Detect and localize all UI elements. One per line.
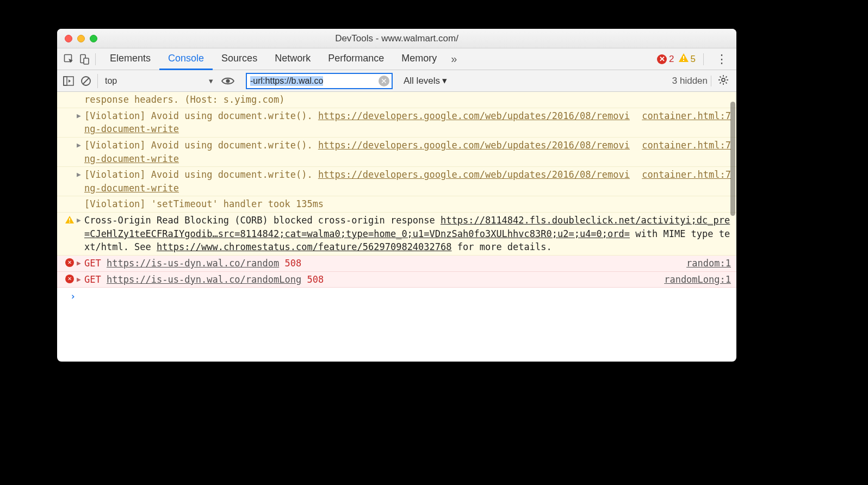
tab-network[interactable]: Network — [266, 48, 319, 70]
errors-count: 2 — [669, 54, 674, 65]
svg-rect-2 — [84, 58, 89, 64]
window-title: DevTools - www.walmart.com/ — [57, 33, 736, 44]
device-toolbar-icon[interactable] — [77, 52, 92, 67]
tab-performance[interactable]: Performance — [319, 48, 393, 70]
warning-icon — [679, 53, 689, 65]
status-code: 508 — [285, 258, 302, 269]
request-url-link[interactable]: https://is-us-dyn.wal.co/randomLong — [107, 274, 301, 285]
clear-filter-icon[interactable]: ✕ — [379, 76, 389, 86]
panel-tabs: Elements Console Sources Network Perform… — [101, 48, 445, 70]
expand-spacer — [77, 197, 84, 211]
console-message: ✕ ▶ GET https://is-us-dyn.wal.co/randomL… — [57, 272, 736, 288]
message-text: [Violation] Avoid using document.write()… — [84, 109, 634, 136]
console-toolbar: top ▾ ✕ All levels ▾ 3 hidden — [57, 70, 736, 92]
svg-line-15 — [720, 77, 721, 78]
message-text: GET https://is-us-dyn.wal.co/random 508 — [84, 257, 679, 270]
window-controls — [57, 35, 97, 42]
tab-sources[interactable]: Sources — [213, 48, 266, 70]
svg-rect-20 — [69, 222, 70, 223]
expand-arrow-icon[interactable]: ▶ — [77, 257, 84, 270]
separator — [703, 53, 704, 65]
svg-line-16 — [726, 82, 727, 83]
separator — [95, 53, 96, 65]
more-tabs-button[interactable]: » — [445, 53, 462, 65]
minimize-window-button[interactable] — [77, 35, 85, 42]
warnings-count: 5 — [691, 54, 696, 65]
message-text: Cross-Origin Read Blocking (CORB) blocke… — [84, 214, 731, 254]
devtools-window: DevTools - www.walmart.com/ Elements Con… — [57, 29, 736, 362]
message-text: [Violation] Avoid using document.write()… — [84, 168, 634, 195]
message-gutter — [63, 214, 77, 254]
console-message: ▶ [Violation] Avoid using document.write… — [57, 108, 736, 138]
console-messages[interactable]: response headers. (Host: s.yimg.com) ▶ [… — [57, 92, 736, 362]
message-text: response headers. (Host: s.yimg.com) — [84, 93, 731, 107]
scrollbar[interactable] — [730, 92, 735, 362]
close-window-button[interactable] — [65, 35, 72, 42]
inspect-element-icon[interactable] — [61, 52, 77, 67]
console-message: ▶ [Violation] Avoid using document.write… — [57, 138, 736, 167]
svg-point-9 — [226, 79, 230, 83]
svg-line-18 — [726, 77, 727, 78]
console-settings-icon[interactable] — [715, 74, 732, 87]
filter-input-container: ✕ — [246, 73, 393, 89]
expand-arrow-icon[interactable]: ▶ — [77, 214, 84, 254]
expand-arrow-icon[interactable]: ▶ — [77, 139, 84, 165]
message-gutter: ✕ — [63, 273, 77, 287]
log-levels-selector[interactable]: All levels ▾ — [404, 75, 447, 86]
console-message: response headers. (Host: s.yimg.com) — [57, 92, 736, 108]
svg-line-8 — [83, 78, 89, 84]
svg-point-10 — [722, 78, 725, 82]
error-icon: ✕ — [65, 258, 74, 267]
status-code: 508 — [307, 274, 324, 285]
zoom-window-button[interactable] — [90, 35, 97, 42]
message-source-link[interactable]: random:1 — [679, 257, 731, 270]
console-message: ▶ Cross-Origin Read Blocking (CORB) bloc… — [57, 213, 736, 256]
message-source-link[interactable]: randomLong:1 — [656, 273, 731, 287]
console-message: [Violation] 'setTimeout' handler took 13… — [57, 196, 736, 213]
execution-context-selector[interactable]: top — [101, 74, 221, 88]
message-text: [Violation] Avoid using document.write()… — [84, 139, 634, 165]
main-tabs-bar: Elements Console Sources Network Perform… — [57, 48, 736, 70]
filter-input[interactable] — [250, 76, 379, 86]
message-gutter: ✕ — [63, 257, 77, 270]
toggle-sidebar-icon[interactable] — [61, 74, 76, 88]
error-icon: ✕ — [657, 54, 667, 64]
message-gutter — [63, 139, 77, 165]
warning-icon — [65, 215, 74, 224]
svg-rect-6 — [64, 77, 67, 85]
devtools-menu-icon[interactable]: ⋮ — [711, 52, 732, 66]
tab-elements[interactable]: Elements — [101, 48, 159, 70]
live-expression-icon[interactable] — [221, 74, 235, 88]
console-prompt-row[interactable]: › — [57, 288, 736, 306]
errors-badge[interactable]: ✕ 2 — [657, 54, 674, 65]
titlebar: DevTools - www.walmart.com/ — [57, 29, 736, 48]
message-text: [Violation] 'setTimeout' handler took 13… — [84, 197, 731, 211]
message-gutter — [63, 197, 77, 211]
scroll-thumb[interactable] — [730, 102, 735, 216]
prompt-chevron-icon: › — [70, 290, 76, 303]
tab-console[interactable]: Console — [159, 48, 213, 70]
hidden-messages-count[interactable]: 3 hidden — [672, 76, 711, 86]
tab-memory[interactable]: Memory — [393, 48, 445, 70]
svg-rect-3 — [683, 56, 684, 59]
message-gutter — [63, 109, 77, 136]
message-source-link[interactable]: container.html:7 — [634, 109, 731, 136]
message-text: GET https://is-us-dyn.wal.co/randomLong … — [84, 273, 656, 287]
chevron-down-icon: ▾ — [442, 75, 447, 86]
chromestatus-link[interactable]: https://www.chromestatus.com/feature/562… — [157, 241, 451, 252]
expand-arrow-icon[interactable]: ▶ — [77, 168, 84, 195]
svg-rect-4 — [683, 60, 684, 61]
message-gutter — [63, 168, 77, 195]
expand-arrow-icon[interactable]: ▶ — [77, 273, 84, 287]
console-message: ▶ [Violation] Avoid using document.write… — [57, 167, 736, 196]
svg-rect-19 — [69, 218, 70, 220]
message-source-link[interactable]: container.html:7 — [634, 139, 731, 165]
warnings-badge[interactable]: 5 — [679, 53, 696, 65]
message-source-link[interactable]: container.html:7 — [634, 168, 731, 195]
svg-line-17 — [720, 82, 721, 83]
expand-arrow-icon[interactable]: ▶ — [77, 109, 84, 136]
log-levels-label: All levels — [404, 76, 440, 86]
clear-console-icon[interactable] — [79, 74, 93, 88]
console-message: ✕ ▶ GET https://is-us-dyn.wal.co/random … — [57, 256, 736, 272]
request-url-link[interactable]: https://is-us-dyn.wal.co/random — [107, 258, 279, 269]
